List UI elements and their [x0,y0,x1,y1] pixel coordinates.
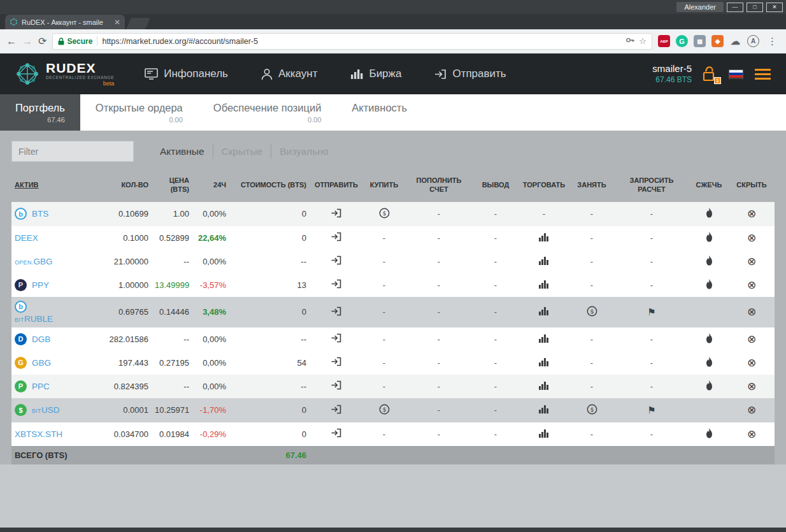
burn-button[interactable] [705,357,713,367]
asset-link[interactable]: BITUSD [32,405,59,415]
send-button[interactable] [331,357,341,366]
profile-extension-icon[interactable]: A [747,35,759,47]
hide-button[interactable]: ⊗ [747,405,756,415]
burn-button[interactable] [705,380,713,391]
send-button[interactable] [331,380,341,390]
hide-button[interactable]: ⊗ [747,429,756,440]
col-burn[interactable]: СЖЕЧЬ [689,171,729,202]
trade-button[interactable] [539,280,549,289]
col-hide[interactable]: СКРЫТЬ [729,171,775,202]
asset-link[interactable]: DEEX [15,233,38,243]
burn-button[interactable] [705,255,713,266]
nav-send[interactable]: Отправить [434,68,506,80]
col-24h[interactable]: 24Ч [192,171,229,202]
col-qty[interactable]: КОЛ-ВО [96,171,152,202]
asset-link[interactable]: PPC [32,382,50,391]
hide-button[interactable]: ⊗ [747,233,756,243]
adblock-extension-icon[interactable]: ABP [658,35,670,47]
maximize-button[interactable]: □ [747,3,763,12]
back-icon[interactable]: ← [6,36,17,47]
col-settle[interactable]: ЗАПРОСИТЬ РАСЧЕТ [614,171,689,202]
hide-button[interactable]: ⊗ [747,208,756,219]
language-flag-icon[interactable] [729,69,743,79]
send-button[interactable] [331,333,341,343]
address-bar[interactable]: Secure https://market.rudex.org/#/accoun… [52,33,652,50]
trade-button[interactable] [539,381,549,390]
send-button[interactable] [331,208,341,218]
hide-button[interactable]: ⊗ [747,280,756,291]
send-button[interactable] [331,405,341,414]
hide-button[interactable]: ⊗ [747,381,756,392]
tab-open-orders[interactable]: Открытые ордера 0.00 [80,94,198,131]
rudex-logo[interactable]: RUDEX DECENTRALIZED EXCHANGE beta [14,61,114,87]
asset-link[interactable]: DGB [32,334,50,344]
hide-button[interactable]: ⊗ [747,306,756,317]
nav-exchange[interactable]: Биржа [350,68,401,80]
burn-button[interactable] [705,232,713,242]
asset-link[interactable]: XBTSX.STH [15,429,62,439]
reload-icon[interactable]: ⟳ [38,35,46,47]
send-button[interactable] [331,306,341,316]
hide-button[interactable]: ⊗ [747,357,756,368]
trade-button[interactable] [539,233,549,241]
browser-tab[interactable]: RuDEX - Аккаунт - smaile ✕ [5,15,125,29]
col-price[interactable]: ЦЕНА (BTS) [152,171,192,202]
secure-badge[interactable]: Secure [58,37,92,46]
tab-collateral[interactable]: Обеспечение позиций 0.00 [198,94,337,131]
tab-activity[interactable]: Активность [336,94,422,131]
burn-button[interactable] [705,333,713,343]
nav-dashboard[interactable]: Инфопанель [145,68,228,80]
col-borrow[interactable]: ЗАНЯТЬ [569,171,614,202]
col-buy[interactable]: КУПИТЬ [363,171,405,202]
buy-button[interactable]: $ [379,404,390,415]
forward-icon[interactable]: → [22,36,32,47]
tab-portfolio[interactable]: Портфель 67.46 [0,94,80,131]
asset-link[interactable]: PPY [32,280,49,290]
asset-link[interactable]: GBG [32,358,51,368]
filter-input[interactable] [11,141,134,162]
borrow-button[interactable]: $ [587,306,597,317]
tab-close-icon[interactable]: ✕ [114,18,120,27]
burn-button[interactable] [705,279,713,289]
mode-hidden[interactable]: Скрытые [213,145,271,159]
nav-account[interactable]: Аккаунт [261,68,318,80]
col-asset[interactable]: АКТИВ [11,171,96,202]
settle-button[interactable]: ⚑ [647,405,655,415]
new-tab-button[interactable] [126,18,150,29]
asset-link[interactable]: BTS [32,209,48,219]
chrome-menu-icon[interactable]: ⋮ [765,36,780,47]
password-key-icon[interactable] [625,36,634,47]
hide-button[interactable]: ⊗ [747,256,756,267]
bookmark-star-icon[interactable]: ☆ [639,36,647,46]
col-deposit[interactable]: ПОПОЛНИТЬ СЧЕТ [405,171,473,202]
url-text[interactable]: https://market.rudex.org/#/account/smail… [102,37,621,46]
hide-button[interactable]: ⊗ [747,334,756,345]
col-send[interactable]: ОТПРАВИТЬ [310,171,363,202]
send-button[interactable] [331,255,341,265]
buy-button[interactable]: $ [379,208,390,219]
col-value[interactable]: СТОИМОСТЬ (BTS) [229,171,310,202]
col-trade[interactable]: ТОРГОВАТЬ [518,171,569,202]
close-button[interactable]: ✕ [766,3,783,12]
burn-button[interactable] [705,208,713,218]
trade-button[interactable] [539,306,549,315]
settle-button[interactable]: ⚑ [647,307,655,317]
asset-link[interactable]: OPEN.GBG [15,257,53,266]
trade-button[interactable] [539,429,549,438]
mode-active[interactable]: Активные [152,145,213,159]
account-summary[interactable]: smailer-5 67.46 BTS [652,63,692,85]
cloud-extension-icon[interactable]: ☁ [729,35,741,47]
extension-icon-1[interactable]: ▤ [694,35,706,47]
burn-button[interactable] [705,428,713,438]
extension-icon-2[interactable]: ◆ [711,35,724,47]
mode-visual[interactable]: Визуально [271,145,336,159]
borrow-button[interactable]: $ [587,404,597,415]
asset-link[interactable]: BITRUBLE [15,314,53,324]
trade-button[interactable] [539,357,549,366]
col-withdraw[interactable]: ВЫВОД [473,171,518,202]
send-button[interactable] [331,232,341,241]
grammarly-extension-icon[interactable]: G [676,35,688,47]
minimize-button[interactable]: — [727,3,743,12]
hamburger-menu-icon[interactable] [754,66,772,82]
send-button[interactable] [331,428,341,438]
